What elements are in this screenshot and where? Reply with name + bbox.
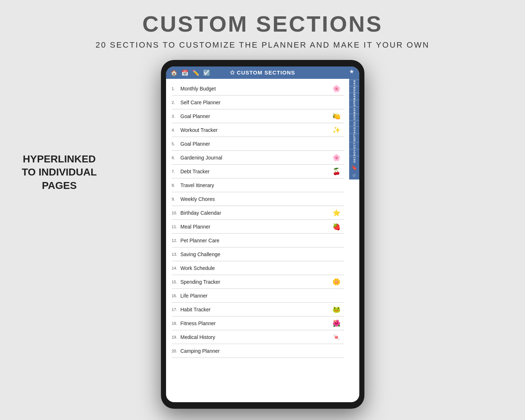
item-number: 8.	[172, 183, 181, 187]
list-item[interactable]: 2.Self Care Planner	[172, 96, 344, 109]
item-emoji: 🍋	[332, 112, 340, 120]
item-label: Gardening Journal	[181, 155, 222, 161]
list-item[interactable]: 11.Meal Planner🍓	[172, 220, 344, 234]
list-item[interactable]: 9.Weekly Chores	[172, 192, 344, 206]
tab-jun[interactable]: JUN	[349, 114, 359, 120]
list-item[interactable]: 10.Birthday Calendar⭐	[172, 206, 344, 220]
item-number: 4.	[172, 128, 181, 132]
list-item[interactable]: 7.Debt Tracker🍒	[172, 165, 344, 178]
tab-nov[interactable]: NOV	[349, 149, 359, 156]
tablet-screen: 🏠 📅 ✏️ ☑️ ✩ CUSTOM SECTIONS 1.Monthly Bu…	[166, 66, 359, 402]
side-navigation: JANFEBMARAPRMAYJUNJULAUGSEPTOCTNOVDEC 🔖 …	[349, 79, 359, 402]
star-icon[interactable]: ☆	[352, 173, 356, 178]
item-number: 13.	[172, 252, 181, 257]
item-label: Habit Tracker	[181, 307, 211, 312]
home-icon[interactable]: 🏠	[170, 69, 178, 76]
side-note-text: HYPERLINKEDTO INDIVIDUALPAGES	[22, 153, 97, 192]
item-label: Life Planner	[181, 293, 208, 299]
item-label: Spending Tracker	[181, 279, 221, 285]
list-item[interactable]: 6.Gardening Journal🌸	[172, 151, 344, 165]
tab-mar[interactable]: MAR	[349, 93, 359, 100]
list-item[interactable]: 4.Workout Tracker✨	[172, 123, 344, 137]
item-number: 18.	[172, 321, 181, 326]
list-item[interactable]: 20.Camping Planner	[172, 344, 344, 358]
header-bar: 🏠 📅 ✏️ ☑️ ✩ CUSTOM SECTIONS	[166, 66, 359, 79]
item-label: Monthly Budget	[181, 86, 216, 92]
item-label: Meal Planner	[181, 224, 211, 230]
list-item[interactable]: 19.Medical History🍬	[172, 330, 344, 344]
tab-feb[interactable]: FEB	[349, 86, 359, 93]
item-number: 16.	[172, 294, 181, 298]
calendar-icon[interactable]: 📅	[181, 69, 189, 76]
item-label: Goal Planner	[181, 113, 210, 119]
item-emoji: 🌸	[332, 154, 340, 162]
item-label: Work Schedule	[181, 265, 215, 271]
item-label: Weekly Chores	[181, 196, 215, 202]
list-item[interactable]: 16.Life Planner	[172, 289, 344, 303]
sections-list: 1.Monthly Budget🌸2.Self Care Planner3.Go…	[166, 79, 349, 402]
list-item[interactable]: 8.Travel Itinerary	[172, 178, 344, 192]
item-label: Goal Planner	[181, 141, 210, 147]
item-label: Birthday Calendar	[181, 210, 221, 216]
header-title: ✩ CUSTOM SECTIONS	[230, 69, 295, 76]
item-number: 1.	[172, 86, 181, 91]
item-emoji: ⭐	[332, 209, 340, 217]
tab-jan[interactable]: JAN	[349, 80, 359, 86]
list-item[interactable]: 18.Fitness Planner🌺	[172, 316, 344, 330]
item-emoji: 🍓	[332, 223, 340, 231]
list-item[interactable]: 14.Work Schedule	[172, 261, 344, 275]
item-label: Medical History	[181, 334, 215, 340]
tab-sept[interactable]: SEPT	[349, 133, 359, 142]
item-number: 7.	[172, 169, 181, 174]
item-number: 2.	[172, 100, 181, 105]
item-label: Saving Challenge	[181, 251, 221, 257]
list-item[interactable]: 13.Saving Challenge	[172, 247, 344, 261]
tab-aug[interactable]: AUG	[349, 126, 359, 134]
item-label: Camping Planner	[181, 348, 220, 354]
item-number: 14.	[172, 266, 181, 270]
item-label: Pet Planner Care	[181, 238, 219, 243]
tablet-device: 🏠 📅 ✏️ ☑️ ✩ CUSTOM SECTIONS 1.Monthly Bu…	[161, 60, 364, 409]
item-number: 12.	[172, 238, 181, 243]
list-item[interactable]: 3.Goal Planner🍋	[172, 109, 344, 123]
item-emoji: 🌸	[332, 85, 340, 93]
item-label: Travel Itinerary	[181, 182, 214, 188]
pencil-icon[interactable]: ✏️	[192, 69, 199, 76]
list-item[interactable]: 15.Spending Tracker🌼	[172, 275, 344, 289]
page-title: CUSTOM SECTIONS	[142, 11, 383, 37]
month-tabs: JANFEBMARAPRMAYJUNJULAUGSEPTOCTNOVDEC	[349, 79, 359, 163]
item-emoji: ✨	[332, 126, 340, 134]
item-label: Fitness Planner	[181, 320, 216, 326]
tab-oct[interactable]: OCT	[349, 142, 359, 149]
item-number: 3.	[172, 114, 181, 118]
header-right-icon	[348, 69, 355, 77]
item-number: 17.	[172, 307, 181, 312]
item-number: 6.	[172, 156, 181, 160]
item-number: 20.	[172, 349, 181, 353]
page-subtitle: 20 SECTIONS TO CUSTOMIZE THE PLANNER AND…	[96, 40, 429, 50]
checklist-icon[interactable]: ☑️	[203, 69, 210, 76]
list-item[interactable]: 5.Goal Planner	[172, 137, 344, 151]
item-number: 15.	[172, 280, 181, 284]
item-emoji: 🐸	[332, 306, 340, 314]
list-item[interactable]: 1.Monthly Budget🌸	[172, 82, 344, 96]
side-bottom-icons: 🔖 ☆	[349, 163, 359, 179]
item-emoji: 🌺	[332, 319, 340, 327]
side-note: HYPERLINKEDTO INDIVIDUALPAGES	[22, 153, 97, 192]
bookmark-icon[interactable]: 🔖	[351, 165, 357, 170]
main-content: 1.Monthly Budget🌸2.Self Care Planner3.Go…	[166, 79, 359, 402]
tab-dec[interactable]: DEC	[349, 156, 359, 163]
item-number: 11.	[172, 225, 181, 229]
tab-jul[interactable]: JUL	[349, 120, 359, 126]
tab-may[interactable]: MAY	[349, 107, 359, 114]
list-item[interactable]: 12.Pet Planner Care	[172, 234, 344, 247]
list-item[interactable]: 17.Habit Tracker🐸	[172, 303, 344, 316]
tab-apr[interactable]: APR	[349, 100, 359, 107]
svg-rect-0	[351, 72, 353, 72]
item-emoji: 🌼	[332, 278, 340, 286]
item-label: Debt Tracker	[181, 169, 210, 174]
item-number: 5.	[172, 142, 181, 146]
item-emoji: 🍒	[332, 167, 340, 175]
item-label: Self Care Planner	[181, 100, 221, 105]
item-emoji: 🍬	[332, 333, 340, 341]
